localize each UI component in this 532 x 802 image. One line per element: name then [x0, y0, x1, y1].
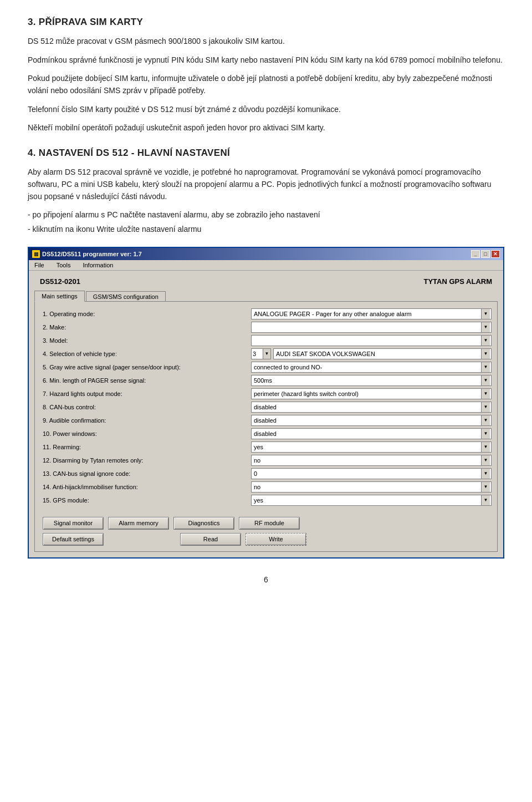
value-2: ▼: [251, 322, 492, 333]
label-6: 6. Min. length of PAGER sense signal:: [40, 377, 251, 384]
chapter4-heading: 4. NASTAVENÍ DS 512 - HLAVNÍ NASTAVENÍ: [28, 148, 504, 159]
bottom-buttons: Signal monitor Alarm memory Diagnostics …: [40, 517, 492, 546]
label-1: 1. Operating mode:: [40, 311, 251, 317]
value-1: ANALOGUE PAGER - Pager for any other ana…: [251, 308, 492, 319]
device-id: DS512-0201: [40, 277, 80, 286]
chapter3-heading: 3. PŘÍPRAVA SIM KARTY: [28, 17, 504, 28]
dropdown-arrow-1: ▼: [481, 309, 490, 319]
brand-name: TYTAN GPS ALARM: [424, 277, 493, 286]
tab-panel-main: 1. Operating mode: ANALOGUE PAGER - Page…: [34, 301, 498, 552]
read-button[interactable]: Read: [180, 533, 241, 546]
label-9: 9. Audible confirmation:: [40, 417, 251, 424]
tab-gsm-sms[interactable]: GSM/SMS configuration: [86, 291, 166, 302]
dropdown-arrow-7: ▼: [481, 389, 490, 399]
dropdown-1[interactable]: ANALOGUE PAGER - Pager for any other ana…: [251, 308, 492, 319]
chapter3-para1: DS 512 může pracovat v GSM pásmech 900/1…: [28, 35, 504, 48]
chapter4-bullet1: - po připojení alarmu s PC načtěte nasta…: [28, 209, 504, 221]
dropdown-2[interactable]: ▼: [251, 322, 492, 333]
write-button[interactable]: Write: [245, 533, 306, 546]
maximize-button[interactable]: □: [481, 250, 490, 258]
dropdown-5[interactable]: connected to ground NO- ▼: [251, 362, 492, 373]
settings-row-15: 15. GPS module: yes ▼: [40, 494, 492, 507]
settings-row-12: 12. Disarming by Tytan remotes only: no …: [40, 454, 492, 467]
label-11: 11. Rearming:: [40, 444, 251, 450]
dropdown-arrow-3: ▼: [481, 336, 490, 346]
value-4: 3 ▼ AUDI SEAT SKODA VOLKSWAGEN ▼: [251, 348, 492, 359]
label-5: 5. Gray wire active signal (pager sense/…: [40, 364, 251, 370]
device-header: DS512-0201 TYTAN GPS ALARM: [34, 275, 498, 290]
title-bar-left: ▦ DS512/DS511 programmer ver: 1.7: [32, 250, 142, 258]
small-dropdown-arrow-4: ▼: [263, 349, 270, 359]
dropdown-10[interactable]: disabled ▼: [251, 428, 492, 439]
small-dropdown-4[interactable]: 3 ▼: [251, 348, 271, 359]
dropdown-arrow-11: ▼: [481, 442, 490, 452]
label-15: 15. GPS module:: [40, 497, 251, 504]
menu-information[interactable]: Information: [79, 261, 116, 269]
settings-row-9: 9. Audible confirmation: disabled ▼: [40, 414, 492, 427]
dropdown-arrow-2: ▼: [481, 322, 490, 332]
dropdown-arrow-4b: ▼: [481, 349, 490, 359]
app-icon: ▦: [32, 250, 40, 258]
dropdown-arrow-9: ▼: [481, 415, 490, 425]
btn-row-2: Default settings Read Write: [43, 533, 489, 546]
dropdown-4b[interactable]: AUDI SEAT SKODA VOLKSWAGEN ▼: [273, 348, 492, 359]
value-14: no ▼: [251, 481, 492, 493]
alarm-memory-button[interactable]: Alarm memory: [108, 517, 169, 530]
page-number: 6: [28, 575, 504, 584]
default-settings-button[interactable]: Default settings: [43, 533, 104, 546]
value-11: yes ▼: [251, 441, 492, 453]
settings-row-2: 2. Make: ▼: [40, 321, 492, 334]
dropdown-7[interactable]: perimeter (hazard lights switch control)…: [251, 388, 492, 399]
diagnostics-button[interactable]: Diagnostics: [173, 517, 234, 530]
menu-tools[interactable]: Tools: [53, 261, 74, 269]
dropdown-arrow-10: ▼: [481, 429, 490, 439]
dropdown-15[interactable]: yes ▼: [251, 495, 492, 506]
chapter3-para4: Telefonní číslo SIM karty použité v DS 5…: [28, 104, 504, 116]
settings-row-7: 7. Hazard lights output mode: perimeter …: [40, 387, 492, 400]
dropdown-arrow-13: ▼: [481, 469, 490, 479]
dropdown-9[interactable]: disabled ▼: [251, 415, 492, 426]
label-3: 3. Model:: [40, 337, 251, 344]
chapter3-para3: Pokud použijete dobíjecí SIM kartu, info…: [28, 73, 504, 97]
label-2: 2. Make:: [40, 324, 251, 331]
value-5: connected to ground NO- ▼: [251, 362, 492, 373]
settings-row-5: 5. Gray wire active signal (pager sense/…: [40, 361, 492, 374]
dropdown-arrow-14: ▼: [481, 482, 490, 492]
label-12: 12. Disarming by Tytan remotes only:: [40, 457, 251, 464]
dropdown-arrow-6: ▼: [481, 375, 490, 385]
chapter3-para2: Podmínkou správné funkčnosti je vypnutí …: [28, 54, 504, 67]
dropdown-14[interactable]: no ▼: [251, 481, 492, 493]
minimize-button[interactable]: _: [471, 250, 480, 258]
label-14: 14. Anti-hijack/immobiliser function:: [40, 484, 251, 490]
settings-grid: 1. Operating mode: ANALOGUE PAGER - Page…: [40, 307, 492, 507]
tab-main-settings[interactable]: Main settings: [34, 291, 85, 302]
value-10: disabled ▼: [251, 428, 492, 439]
dropdown-arrow-5: ▼: [481, 362, 490, 372]
dropdown-11[interactable]: yes ▼: [251, 441, 492, 453]
value-13: 0 ▼: [251, 468, 492, 479]
close-button[interactable]: ✕: [491, 250, 500, 258]
value-8: disabled ▼: [251, 402, 492, 413]
settings-row-13: 13. CAN-bus signal ignore code: 0 ▼: [40, 467, 492, 480]
menu-file[interactable]: File: [31, 261, 48, 269]
dropdown-12[interactable]: no ▼: [251, 455, 492, 466]
value-9: disabled ▼: [251, 415, 492, 426]
dropdown-6[interactable]: 500ms ▼: [251, 375, 492, 386]
signal-monitor-button[interactable]: Signal monitor: [43, 517, 104, 530]
value-7: perimeter (hazard lights switch control)…: [251, 388, 492, 399]
settings-row-6: 6. Min. length of PAGER sense signal: 50…: [40, 374, 492, 387]
dropdown-3[interactable]: ▼: [251, 335, 492, 346]
label-7: 7. Hazard lights output mode:: [40, 390, 251, 397]
title-bar: ▦ DS512/DS511 programmer ver: 1.7 _ □ ✕: [29, 248, 503, 260]
title-bar-buttons[interactable]: _ □ ✕: [471, 250, 500, 258]
dropdown-8[interactable]: disabled ▼: [251, 402, 492, 413]
rf-module-button[interactable]: RF module: [239, 517, 300, 530]
dropdown-arrow-8: ▼: [481, 402, 490, 412]
dropdown-13[interactable]: 0 ▼: [251, 468, 492, 479]
value-12: no ▼: [251, 455, 492, 466]
value-15: yes ▼: [251, 495, 492, 506]
settings-row-10: 10. Power windows: disabled ▼: [40, 427, 492, 440]
tabs-row: Main settings GSM/SMS configuration: [34, 290, 498, 301]
settings-row-3: 3. Model: ▼: [40, 334, 492, 347]
label-8: 8. CAN-bus control:: [40, 404, 251, 410]
